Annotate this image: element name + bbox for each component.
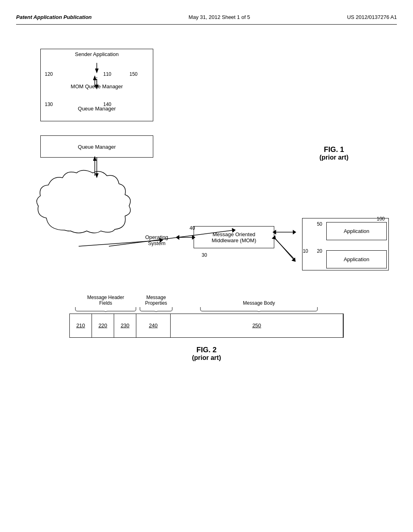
msg-properties-label: MessageProperties [145,295,167,306]
msg-body-label: Message Body [243,300,275,306]
operating-system-label: OperatingSystem [145,234,168,246]
label-150: 150 [129,71,138,77]
svg-line-14 [274,237,294,260]
label-40: 40 [190,225,195,231]
cell-230-value: 230 [121,322,129,328]
cell-240: 240 [136,314,171,337]
fig2-sublabel: (prior art) [65,354,348,362]
cell-210-value: 210 [76,322,85,328]
mom-queue-manager-label: MOM Queue Manager [71,83,123,89]
brace-body [174,306,344,312]
queue-manager-inner-label: Queue Manager [78,106,116,112]
cell-230: 230 [114,314,136,337]
cell-210: 210 [70,314,92,337]
page-header: Patent Application Publication May 31, 2… [16,8,397,25]
header-center: May 31, 2012 Sheet 1 of 5 [189,14,250,20]
page: Patent Application Publication May 31, 2… [0,0,413,532]
label-120: 120 [45,71,53,77]
brace-header-fields [73,306,138,312]
msg-header-fields-label: Message HeaderFields [87,295,124,306]
label-50: 50 [317,221,322,227]
application-top-label: Application [344,228,369,234]
svg-line-15 [275,238,294,259]
mom-label: Message OrientedMiddleware (MOM) [212,231,257,243]
header-left: Patent Application Publication [16,14,92,20]
queue-manager-box: Queue Manager [40,135,153,158]
fig1-number: FIG. 1 [319,145,348,154]
cell-220-value: 220 [98,322,107,328]
cell-240-value: 240 [149,322,158,328]
header-right: US 2012/0137276 A1 [347,14,397,20]
label-110: 110 [103,71,111,77]
fig1-label: FIG. 1 (prior art) [319,145,348,161]
sender-application-box: Sender Application 120 110 150 MOM Queue… [40,49,153,121]
cloud-shape [32,166,145,246]
cell-250-value: 250 [252,322,261,328]
application-box-top: Application [326,222,387,240]
queue-manager-label: Queue Manager [78,143,116,150]
brace-properties [138,306,174,312]
fig1-diagram: Sender Application 120 110 150 MOM Queue… [16,33,397,283]
label-20: 20 [317,248,322,254]
label-130: 130 [45,102,53,107]
cell-220: 220 [92,314,114,337]
application-box-bottom: Application [326,250,387,268]
fig2-number: FIG. 2 [65,346,348,354]
label-100: 100 [377,216,385,222]
mom-box: Message OrientedMiddleware (MOM) [194,226,274,248]
os-text: OperatingSystem [145,234,168,246]
fig1-sublabel: (prior art) [319,154,348,161]
cell-250: 250 [171,314,343,337]
label-10: 10 [303,248,308,254]
sender-application-label: Sender Application [75,51,119,57]
application-bottom-label: Application [344,256,369,262]
label-30: 30 [202,252,207,258]
fig2-diagram: Message HeaderFields MessageProperties [65,295,348,362]
fig2-table-area: Message HeaderFields MessageProperties [69,295,344,338]
fig2-table: 210 220 230 240 250 [69,314,344,338]
fig2-label: FIG. 2 (prior art) [65,346,348,362]
